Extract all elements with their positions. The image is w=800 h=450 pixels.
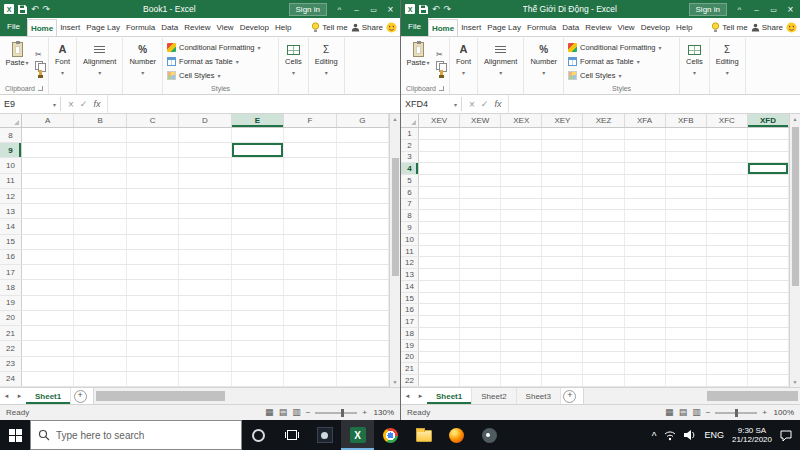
cell-A19[interactable] [22,296,74,310]
cell-C12[interactable] [127,189,179,203]
share-button[interactable]: Share [351,23,383,32]
cell-G12[interactable] [337,189,389,203]
close-button[interactable] [783,4,798,15]
cell-XEV22[interactable] [419,375,460,386]
minimize-button[interactable] [749,5,764,14]
cut-icon[interactable] [35,43,44,61]
cell-XEY21[interactable] [542,363,583,374]
cell-XFA18[interactable] [625,328,666,339]
formula-input[interactable] [508,95,800,113]
cell-XFA5[interactable] [625,175,666,186]
sheet-tab-sheet1[interactable]: Sheet1 [427,388,472,404]
cell-F10[interactable] [284,158,336,172]
cell-XFB5[interactable] [666,175,707,186]
cell-C15[interactable] [127,235,179,249]
format-painter-icon[interactable] [436,70,445,79]
cell-XFB22[interactable] [666,375,707,386]
cell-F12[interactable] [284,189,336,203]
cell-XFA17[interactable] [625,316,666,327]
cell-XEW13[interactable] [460,269,501,280]
cell-D11[interactable] [179,174,231,188]
ribbon-tab-review[interactable]: Review [582,19,614,36]
row-header-24[interactable]: 24 [0,372,22,386]
cancel-icon[interactable] [469,99,475,110]
redo-icon[interactable] [444,4,452,14]
ribbon-tab-page-lay[interactable]: Page Lay [484,19,524,36]
cell-F17[interactable] [284,265,336,279]
page-break-view-icon[interactable] [292,408,301,417]
cell-F16[interactable] [284,250,336,264]
formula-input[interactable] [107,95,400,113]
normal-view-icon[interactable] [665,408,674,417]
photos-app-button[interactable] [308,420,341,450]
number-group-button[interactable]: Number [123,38,163,94]
cell-XFB10[interactable] [666,234,707,245]
cell-XFB11[interactable] [666,246,707,257]
cell-C11[interactable] [127,174,179,188]
cell-XFC21[interactable] [707,363,748,374]
maximize-button[interactable] [766,5,781,14]
alignment-group-button[interactable]: Alignment [478,38,524,94]
horizontal-scroll-thumb[interactable] [707,391,798,401]
row-header-8[interactable]: 8 [0,128,22,142]
cell-XFB4[interactable] [666,163,707,174]
row-header-13[interactable]: 13 [0,204,22,218]
row-header-17[interactable]: 17 [401,316,419,327]
ribbon-tab-review[interactable]: Review [181,19,213,36]
cell-B17[interactable] [74,265,126,279]
cell-XFC2[interactable] [707,140,748,151]
cell-C22[interactable] [127,341,179,355]
cell-E12[interactable] [232,189,284,203]
cell-XFC15[interactable] [707,293,748,304]
cell-E17[interactable] [232,265,284,279]
cell-XEX21[interactable] [501,363,542,374]
scroll-down-icon[interactable] [793,379,798,385]
cell-XFA3[interactable] [625,152,666,163]
cell-E9[interactable] [232,143,284,157]
name-box[interactable]: E9 [0,95,60,113]
cell-XEY11[interactable] [542,246,583,257]
editing-group-button[interactable]: Editing [309,38,345,94]
row-header-9[interactable]: 9 [401,222,419,233]
column-header-xfb[interactable]: XFB [666,114,707,127]
cell-XFA9[interactable] [625,222,666,233]
cell-XEV18[interactable] [419,328,460,339]
cell-F8[interactable] [284,128,336,142]
cell-A18[interactable] [22,280,74,294]
cell-XFA8[interactable] [625,210,666,221]
cell-XEZ3[interactable] [583,152,624,163]
cell-XEW9[interactable] [460,222,501,233]
cells-group-button[interactable]: Cells [279,38,309,94]
cell-E22[interactable] [232,341,284,355]
page-break-view-icon[interactable] [692,408,701,417]
cell-XFB6[interactable] [666,187,707,198]
row-header-10[interactable]: 10 [401,234,419,245]
cell-C14[interactable] [127,219,179,233]
cell-XEW6[interactable] [460,187,501,198]
clipboard-dialog-launcher-icon[interactable] [439,86,444,91]
cell-B22[interactable] [74,341,126,355]
cell-XEV8[interactable] [419,210,460,221]
cell-XFC22[interactable] [707,375,748,386]
ribbon-tab-formula[interactable]: Formula [524,19,559,36]
cell-XFD14[interactable] [748,281,789,292]
zoom-slider-thumb[interactable] [735,409,738,417]
cell-XFC13[interactable] [707,269,748,280]
ribbon-tab-help[interactable]: Help [272,19,294,36]
conditional-formatting-button[interactable]: Conditional Formatting [568,42,675,54]
cell-B12[interactable] [74,189,126,203]
copy-icon[interactable] [35,61,44,70]
ribbon-tab-insert[interactable]: Insert [458,19,484,36]
cell-XEX13[interactable] [501,269,542,280]
cell-XFA16[interactable] [625,304,666,315]
clock[interactable]: 9:30 SA 21/12/2020 [732,426,772,444]
cell-G9[interactable] [337,143,389,157]
cell-XEX5[interactable] [501,175,542,186]
zoom-slider[interactable] [315,412,357,414]
zoom-level[interactable]: 130% [372,408,394,417]
cell-XEV1[interactable] [419,128,460,139]
select-all-corner[interactable] [401,114,419,127]
cell-A10[interactable] [22,158,74,172]
row-header-2[interactable]: 2 [401,140,419,151]
taskbar-search[interactable] [30,420,242,450]
